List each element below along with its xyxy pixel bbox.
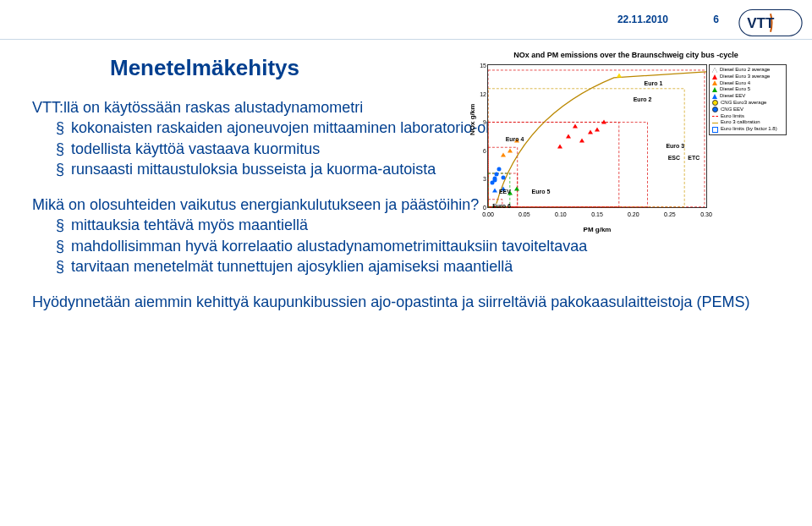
xtick: 0.10: [555, 211, 567, 217]
xtick: 0.25: [664, 211, 676, 217]
chart-ann-esc: ESC: [668, 155, 680, 161]
data-point: [595, 127, 600, 131]
chart-ylabel: NOx g/km: [469, 104, 476, 135]
xtick: 0.30: [700, 211, 712, 217]
header-date: 22.11.2010: [617, 14, 668, 25]
chart-xlabel: PM g/km: [487, 226, 707, 233]
ytick: 9: [476, 119, 486, 125]
chart-ann-euro5: Euro 5: [532, 189, 551, 195]
chart-ann-euro2: Euro 2: [634, 96, 652, 102]
data-point: [495, 173, 499, 177]
ytick: 12: [476, 90, 486, 96]
chart-legend: Diesel Euro 2 average Diesel Euro 3 aver…: [709, 64, 787, 135]
chart-ann-etc: ETC: [688, 155, 700, 161]
chart-plot-area: 0 3 6 9 12 15 0.00 0.05 0.10 0.15 0.20 0…: [487, 64, 707, 208]
xtick: 0.05: [518, 211, 530, 217]
data-point: [508, 148, 513, 152]
data-point: [502, 175, 506, 179]
ytick: 0: [476, 205, 486, 211]
vtt-logo: VTT: [738, 8, 804, 37]
chart-ann-euro3: Euro 3: [666, 143, 684, 149]
data-point: [514, 187, 519, 191]
data-point: [601, 120, 606, 124]
data-point: [617, 73, 622, 77]
chart-ann-eev: EEV: [499, 189, 511, 195]
data-point: [588, 129, 593, 134]
chart-ann-euro1: Euro 1: [645, 80, 663, 86]
data-point: [557, 144, 562, 148]
xtick: 0.15: [591, 211, 603, 217]
ytick: 6: [476, 147, 486, 153]
data-point: [573, 124, 578, 129]
bullet-2-2: §mahdollisimman hyvä korrelaatio alustad…: [56, 236, 780, 256]
svg-text:VTT: VTT: [747, 15, 775, 31]
data-point: [497, 167, 501, 171]
ytick: 15: [476, 63, 486, 68]
chart-ann-euro4: Euro 4: [506, 136, 524, 142]
page-title: Menetelmäkehitys: [110, 55, 299, 81]
header-divider: [0, 39, 812, 40]
data-point: [501, 152, 506, 156]
intro-line-3: Hyödynnetään aiemmin kehittyä kaupunkibu…: [32, 292, 780, 312]
header-page-number: 6: [713, 14, 719, 25]
xtick: 0.20: [628, 211, 639, 217]
data-point: [579, 139, 584, 143]
data-point: [492, 178, 497, 183]
data-point: [566, 134, 571, 139]
emissions-chart: NOx and PM emissions over the Braunschwe…: [465, 51, 787, 228]
ytick: 3: [476, 176, 486, 182]
data-point: [492, 188, 497, 192]
xtick: 0.00: [482, 211, 494, 217]
bullet-2-3: §tarvitaan menetelmät tunnettujen ajosyk…: [56, 256, 780, 277]
chart-ann-euro6: Euro 6: [492, 203, 511, 209]
chart-title: NOx and PM emissions over the Braunschwe…: [465, 51, 787, 59]
